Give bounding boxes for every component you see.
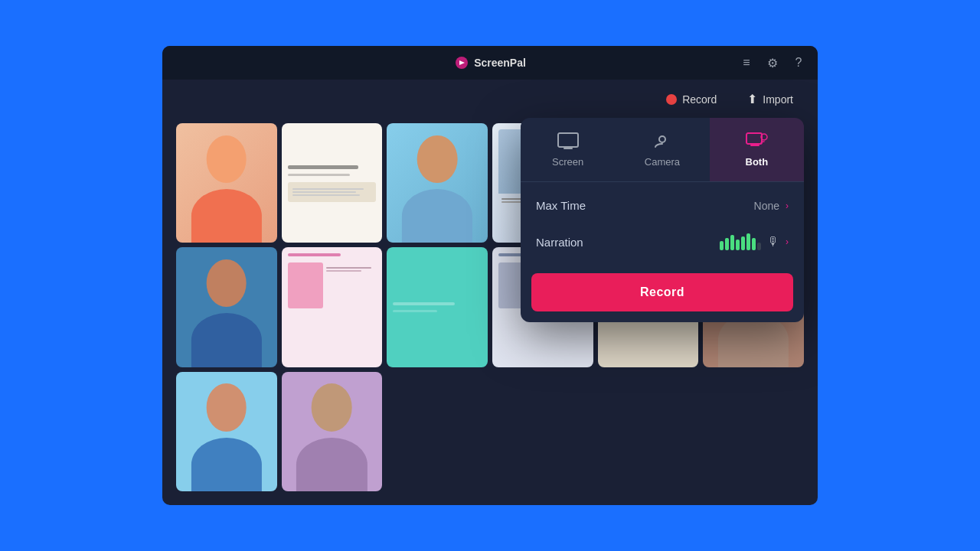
list-item[interactable]: [176, 123, 277, 243]
max-time-label: Max Time: [536, 199, 586, 212]
import-icon: ⬆: [747, 92, 757, 106]
svg-point-2: [659, 136, 665, 142]
record-button[interactable]: Record: [531, 273, 793, 311]
narration-chevron-icon: ›: [786, 236, 789, 247]
app-name: ScreenPal: [474, 57, 526, 69]
mode-tabs: Screen Camera: [521, 118, 804, 182]
record-dot-icon: [666, 94, 677, 105]
max-time-chevron-icon: ›: [786, 201, 789, 211]
list-item[interactable]: [387, 123, 488, 243]
list-item[interactable]: [282, 123, 383, 243]
both-icon: [745, 132, 768, 150]
camera-icon: [651, 132, 674, 150]
recording-panel: Screen Camera: [521, 118, 804, 322]
max-time-value: None: [754, 200, 779, 212]
camera-mode-tab[interactable]: Camera: [615, 118, 709, 181]
help-button[interactable]: ?: [790, 54, 807, 71]
app-logo: ScreenPal: [454, 55, 526, 70]
settings-button[interactable]: ⚙: [764, 54, 781, 71]
narration-row[interactable]: Narration 🎙 ›: [521, 223, 804, 261]
narration-bars: [720, 233, 761, 250]
import-button[interactable]: ⬆ Import: [738, 87, 802, 111]
narration-value-group: 🎙 ›: [720, 233, 789, 250]
screenpal-logo-icon: [454, 55, 469, 70]
screen-mode-tab[interactable]: Screen: [521, 118, 615, 181]
svg-rect-3: [746, 133, 762, 144]
max-time-row[interactable]: Max Time None ›: [521, 188, 804, 223]
list-item[interactable]: [176, 372, 277, 491]
title-bar-actions: ≡ ⚙ ?: [738, 54, 807, 71]
max-time-value-group: None ›: [754, 200, 789, 212]
screen-tab-label: Screen: [552, 156, 583, 168]
narration-label: Narration: [536, 236, 583, 249]
list-item[interactable]: [387, 247, 488, 367]
settings-section: Max Time None › Narration: [521, 182, 804, 267]
camera-tab-label: Camera: [645, 156, 680, 168]
toolbar: Record ⬆ Import: [162, 80, 818, 119]
list-item[interactable]: [176, 247, 277, 367]
mic-icon: 🎙: [767, 235, 779, 249]
svg-rect-1: [558, 133, 578, 147]
import-label: Import: [763, 93, 793, 106]
title-bar: ScreenPal ≡ ⚙ ?: [162, 46, 818, 80]
app-window: ScreenPal ≡ ⚙ ? Record ⬆ Import: [162, 46, 818, 505]
both-mode-tab[interactable]: Both: [710, 118, 804, 181]
list-item[interactable]: [282, 372, 383, 491]
both-tab-label: Both: [746, 156, 769, 168]
record-toolbar-button[interactable]: Record: [657, 89, 726, 110]
list-item[interactable]: [282, 247, 383, 367]
menu-button[interactable]: ≡: [738, 54, 755, 71]
main-content: Record ⬆ Import: [162, 80, 818, 505]
record-toolbar-label: Record: [682, 93, 717, 106]
screen-icon: [557, 132, 580, 150]
